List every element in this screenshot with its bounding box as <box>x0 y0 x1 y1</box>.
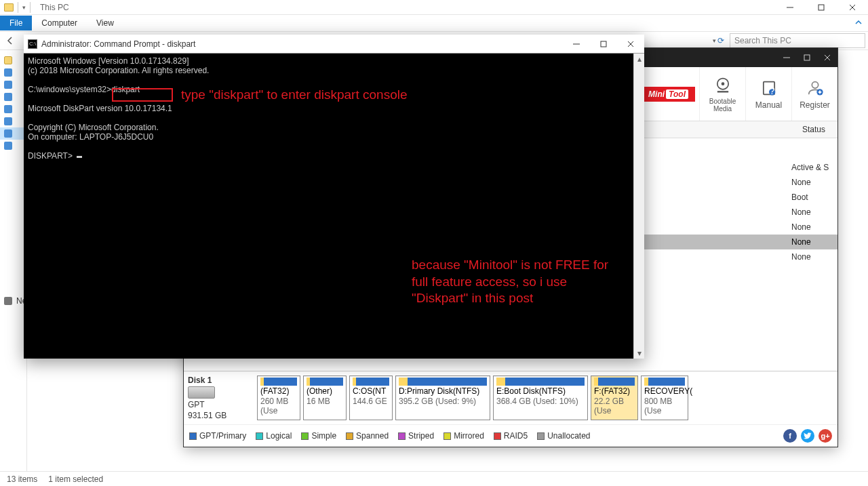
toolbar-label: Register <box>800 100 830 110</box>
cmd-icon: C:\ <box>28 39 37 49</box>
legend-item: Logical <box>256 431 292 441</box>
partition-status: None <box>791 178 832 187</box>
sidebar-item[interactable] <box>0 54 26 66</box>
minimize-button[interactable] <box>774 0 806 15</box>
sidebar-item[interactable] <box>0 115 26 127</box>
part-sub: 16 MB <box>307 397 343 406</box>
cursor-icon <box>77 156 82 158</box>
hdd-icon <box>188 386 215 399</box>
legend-item: Spanned <box>346 431 389 441</box>
usage-bar <box>644 378 685 386</box>
minitool-logo: MiniTool <box>642 87 695 102</box>
svg-text:?: ? <box>769 85 774 96</box>
maximize-button[interactable] <box>806 0 837 15</box>
sidebar-item[interactable] <box>0 79 26 91</box>
cmd-prompt: C:\windows\system32> <box>28 85 111 94</box>
legend-item: GPT/Primary <box>189 431 246 441</box>
cmd-line: Microsoft DiskPart version 10.0.17134.1 <box>28 104 640 113</box>
sidebar-item[interactable] <box>0 66 26 79</box>
cmd-line: Microsoft Windows [Version 10.0.17134.82… <box>28 56 640 66</box>
legend: GPT/PrimaryLogicalSimpleSpannedStripedMi… <box>184 424 837 447</box>
cmd-line: On computer: LAPTOP-J6J5DCU0 <box>28 132 640 142</box>
legend-label: Simple <box>311 431 336 441</box>
legend-item: Unallocated <box>537 431 590 441</box>
svg-rect-4 <box>717 91 728 92</box>
diskmap-partition[interactable]: (Other)16 MB <box>303 376 347 420</box>
googleplus-icon[interactable]: g+ <box>818 429 832 443</box>
legend-item: Simple <box>301 431 336 441</box>
tab-computer[interactable]: Computer <box>32 16 87 31</box>
ribbon-tabs: File Computer View <box>0 15 868 31</box>
refresh-icon[interactable]: ⟳ <box>717 36 724 45</box>
cmd-prompt-line: DISKPART> <box>28 151 640 161</box>
legend-swatch <box>537 432 545 440</box>
part-label: (Other) <box>307 386 343 396</box>
qat-dropdown-icon[interactable]: ▾ <box>22 4 26 11</box>
nav-back-button[interactable] <box>3 33 18 48</box>
legend-label: Spanned <box>356 431 389 441</box>
part-label: RECOVERY( <box>644 386 685 396</box>
disk-map: Disk 1 GPT 931.51 GB (FAT32)260 MB (Use(… <box>184 371 837 424</box>
svg-rect-10 <box>601 41 606 47</box>
sidebar-item[interactable] <box>0 127 26 140</box>
cmd-maximize-button[interactable] <box>590 35 617 54</box>
legend-label: RAID5 <box>504 431 528 441</box>
legend-swatch <box>256 432 263 440</box>
sidebar-item[interactable] <box>0 103 26 115</box>
toolbar-label: Manual <box>755 100 782 110</box>
minitool-minimize-button[interactable] <box>776 48 797 67</box>
legend-swatch <box>301 432 309 440</box>
manual-button[interactable]: ? Manual <box>745 67 791 121</box>
diskmap-partition[interactable]: F:(FAT32)22.2 GB (Use <box>591 376 638 420</box>
cmd-close-button[interactable] <box>617 35 644 54</box>
window-title: This PC <box>36 3 69 12</box>
sidebar-item-network[interactable]: Network <box>0 294 26 308</box>
tab-file[interactable]: File <box>0 16 32 31</box>
usage-bar <box>399 378 487 386</box>
cmd-titlebar: C:\ Administrator: Command Prompt - disk… <box>24 35 644 54</box>
part-label: E:Boot Disk(NTFS) <box>496 386 585 396</box>
diskmap-partition[interactable]: RECOVERY(800 MB (Use <box>641 376 688 420</box>
minitool-maximize-button[interactable] <box>797 48 817 67</box>
scroll-down-icon[interactable]: ▾ <box>634 348 644 359</box>
part-label: D:Primary Disk(NTFS) <box>399 386 487 396</box>
legend-swatch <box>398 432 406 440</box>
part-sub: 260 MB (Use <box>260 397 297 416</box>
legend-label: Mirrored <box>454 431 484 441</box>
search-placeholder: Search This PC <box>734 36 791 45</box>
cmd-scrollbar[interactable]: ▴ ▾ <box>633 54 644 359</box>
cmd-body[interactable]: Microsoft Windows [Version 10.0.17134.82… <box>24 54 644 359</box>
legend-item: Striped <box>398 431 434 441</box>
minitool-close-button[interactable] <box>817 48 837 67</box>
search-input[interactable]: Search This PC <box>730 33 865 48</box>
close-button[interactable] <box>837 0 868 15</box>
scroll-up-icon[interactable]: ▴ <box>634 54 644 64</box>
facebook-icon[interactable]: f <box>783 429 797 443</box>
diskmap-partition[interactable]: D:Primary Disk(NTFS)395.2 GB (Used: 9%) <box>395 376 490 420</box>
svg-rect-0 <box>818 5 824 10</box>
usage-bar <box>260 378 297 386</box>
sidebar-item[interactable] <box>0 91 26 103</box>
explorer-sidebar: Network <box>0 50 27 471</box>
svg-point-3 <box>721 82 724 85</box>
annotation-box <box>112 88 173 102</box>
svg-point-8 <box>812 81 818 87</box>
recent-dropdown-icon[interactable]: ▾ <box>713 37 716 44</box>
diskmap-partition[interactable]: C:OS(NT144.6 GE <box>349 376 393 420</box>
ribbon-toggle-icon[interactable] <box>849 18 868 28</box>
tab-view[interactable]: View <box>87 16 123 31</box>
legend-swatch <box>494 432 501 440</box>
sidebar-item[interactable] <box>0 140 26 152</box>
legend-item: RAID5 <box>494 431 528 441</box>
bootable-media-button[interactable]: Bootable Media <box>699 67 745 121</box>
separator <box>30 2 31 13</box>
twitter-icon[interactable] <box>801 429 814 443</box>
col-status[interactable]: Status <box>797 121 837 138</box>
cmd-minimize-button[interactable] <box>563 35 590 54</box>
register-button[interactable]: Register <box>791 67 837 121</box>
diskmap-partition[interactable]: (FAT32)260 MB (Use <box>257 376 300 420</box>
part-label: F:(FAT32) <box>594 386 635 396</box>
disk-info[interactable]: Disk 1 GPT 931.51 GB <box>188 376 254 420</box>
part-label: (FAT32) <box>260 386 297 396</box>
diskmap-partition[interactable]: E:Boot Disk(NTFS)368.4 GB (Used: 10%) <box>493 376 588 420</box>
